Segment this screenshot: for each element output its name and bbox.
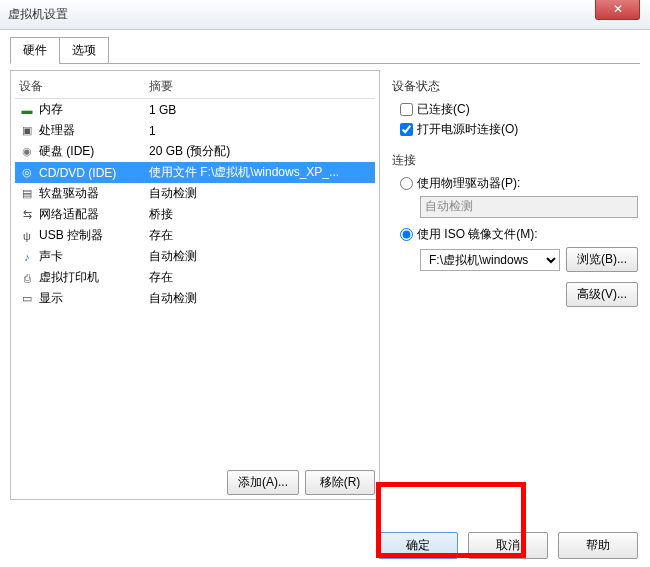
device-name: 软盘驱动器 xyxy=(39,185,149,202)
table-row[interactable]: ⇆网络适配器桥接 xyxy=(15,204,375,225)
table-row[interactable]: ▬内存1 GB xyxy=(15,99,375,120)
device-name: 硬盘 (IDE) xyxy=(39,143,149,160)
remove-button[interactable]: 移除(R) xyxy=(305,470,375,495)
advanced-button[interactable]: 高级(V)... xyxy=(566,282,638,307)
device-summary: 存在 xyxy=(149,227,371,244)
table-row[interactable]: ♪声卡自动检测 xyxy=(15,246,375,267)
cancel-button[interactable]: 取消 xyxy=(468,532,548,559)
connected-input[interactable] xyxy=(400,103,413,116)
header-summary[interactable]: 摘要 xyxy=(149,78,371,95)
connection-title: 连接 xyxy=(392,152,638,169)
sound-icon: ♪ xyxy=(19,250,35,264)
tabs: 硬件 选项 xyxy=(10,36,640,64)
connected-checkbox[interactable]: 已连接(C) xyxy=(400,101,638,118)
device-summary: 1 xyxy=(149,124,371,138)
floppy-icon: ▤ xyxy=(19,187,35,201)
cpu-icon: ▣ xyxy=(19,124,35,138)
device-summary: 自动检测 xyxy=(149,185,371,202)
table-row[interactable]: ▣处理器1 xyxy=(15,120,375,141)
use-physical-radio[interactable]: 使用物理驱动器(P): xyxy=(400,175,638,192)
browse-button[interactable]: 浏览(B)... xyxy=(566,247,638,272)
usb-icon: ψ xyxy=(19,229,35,243)
physical-dropdown: 自动检测 xyxy=(420,196,638,218)
header-device[interactable]: 设备 xyxy=(19,78,149,95)
device-summary: 使用文件 F:\虚拟机\windows_XP_... xyxy=(149,164,371,181)
device-name: 内存 xyxy=(39,101,149,118)
physical-select: 自动检测 xyxy=(420,196,638,218)
device-list: 设备 摘要 ▬内存1 GB▣处理器1◉硬盘 (IDE)20 GB (预分配)◎C… xyxy=(15,75,375,464)
use-iso-radio[interactable]: 使用 ISO 镜像文件(M): xyxy=(400,226,638,243)
window-title: 虚拟机设置 xyxy=(8,6,68,23)
status-title: 设备状态 xyxy=(392,78,638,95)
footer-buttons: 确定 取消 帮助 xyxy=(378,532,638,559)
display-icon: ▭ xyxy=(19,292,35,306)
connect-on-power-label: 打开电源时连接(O) xyxy=(417,121,518,138)
device-name: 声卡 xyxy=(39,248,149,265)
device-summary: 1 GB xyxy=(149,103,371,117)
mem-icon: ▬ xyxy=(19,103,35,117)
net-icon: ⇆ xyxy=(19,208,35,222)
tab-options[interactable]: 选项 xyxy=(59,37,109,64)
help-button[interactable]: 帮助 xyxy=(558,532,638,559)
disk-icon: ◉ xyxy=(19,145,35,159)
device-name: 虚拟打印机 xyxy=(39,269,149,286)
table-row[interactable]: ψUSB 控制器存在 xyxy=(15,225,375,246)
table-row[interactable]: ⎙虚拟打印机存在 xyxy=(15,267,375,288)
physical-radio-input[interactable] xyxy=(400,177,413,190)
table-row[interactable]: ◉硬盘 (IDE)20 GB (预分配) xyxy=(15,141,375,162)
cd-icon: ◎ xyxy=(19,166,35,180)
printer-icon: ⎙ xyxy=(19,271,35,285)
device-name: 处理器 xyxy=(39,122,149,139)
device-summary: 存在 xyxy=(149,269,371,286)
tab-hardware[interactable]: 硬件 xyxy=(10,37,60,64)
device-panel: 设备 摘要 ▬内存1 GB▣处理器1◉硬盘 (IDE)20 GB (预分配)◎C… xyxy=(10,70,380,500)
physical-label: 使用物理驱动器(P): xyxy=(417,175,520,192)
iso-label: 使用 ISO 镜像文件(M): xyxy=(417,226,538,243)
add-button[interactable]: 添加(A)... xyxy=(227,470,299,495)
device-name: CD/DVD (IDE) xyxy=(39,166,149,180)
iso-radio-input[interactable] xyxy=(400,228,413,241)
connect-on-power-checkbox[interactable]: 打开电源时连接(O) xyxy=(400,121,638,138)
list-header: 设备 摘要 xyxy=(15,75,375,99)
device-summary: 自动检测 xyxy=(149,248,371,265)
table-row[interactable]: ◎CD/DVD (IDE)使用文件 F:\虚拟机\windows_XP_... xyxy=(15,162,375,183)
ok-button[interactable]: 确定 xyxy=(378,532,458,559)
device-name: 显示 xyxy=(39,290,149,307)
device-summary: 20 GB (预分配) xyxy=(149,143,371,160)
iso-dropdown: F:\虚拟机\windows 浏览(B)... xyxy=(420,247,638,272)
device-summary: 自动检测 xyxy=(149,290,371,307)
device-summary: 桥接 xyxy=(149,206,371,223)
connected-label: 已连接(C) xyxy=(417,101,470,118)
device-name: USB 控制器 xyxy=(39,227,149,244)
titlebar: 虚拟机设置 ✕ xyxy=(0,0,650,30)
device-name: 网络适配器 xyxy=(39,206,149,223)
iso-select[interactable]: F:\虚拟机\windows xyxy=(420,249,560,271)
connect-on-power-input[interactable] xyxy=(400,123,413,136)
table-row[interactable]: ▭显示自动检测 xyxy=(15,288,375,309)
close-button[interactable]: ✕ xyxy=(595,0,640,20)
settings-panel: 设备状态 已连接(C) 打开电源时连接(O) 连接 使用物理驱动器(P): xyxy=(390,70,640,500)
table-row[interactable]: ▤软盘驱动器自动检测 xyxy=(15,183,375,204)
